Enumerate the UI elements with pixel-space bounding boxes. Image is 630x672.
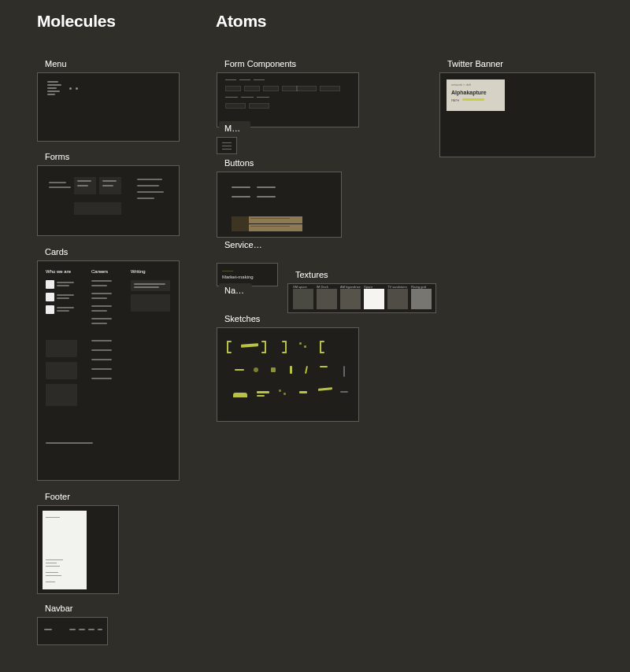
nav-link-3 (88, 629, 94, 630)
twitter-title: Alphakapture (451, 90, 487, 95)
sketch-glyph (320, 366, 328, 367)
twitter-banner-frame[interactable]: network × defi Alphakapture PATH (439, 72, 595, 157)
twitter-sub: network × defi (451, 83, 471, 87)
sketch-glyph (241, 343, 258, 348)
atoms-service-label[interactable]: Service R… (219, 238, 268, 252)
nav-link-1 (69, 629, 76, 630)
twitter-accent-bar (462, 98, 484, 101)
nav-link-2 (79, 629, 85, 630)
texture-swatch (411, 289, 432, 309)
sketch-glyph (318, 387, 332, 391)
molecules-cards-frame[interactable]: Who we are Careers Writing (37, 260, 180, 481)
texture-swatch (317, 289, 337, 309)
sketch-glyph (271, 367, 276, 372)
button-preview-1 (232, 186, 250, 188)
sketch-glyph (235, 369, 244, 371)
cards-avatar-3 (46, 305, 54, 314)
atoms-sketches-label[interactable]: Sketches (219, 312, 265, 326)
atoms-sketches-frame[interactable] (217, 327, 359, 422)
twitter-card: network × defi Alphakapture PATH (447, 79, 505, 111)
sketch-glyph (299, 342, 302, 345)
molecules-menu-frame[interactable] (37, 72, 180, 142)
molecules-navbar-frame[interactable] (37, 617, 108, 645)
atoms-menu-label[interactable]: Men… (219, 121, 250, 135)
navbar-line-accent: ──── (222, 268, 233, 273)
footer-paper (43, 511, 87, 589)
atoms-navbar-label[interactable]: Navb… (219, 283, 252, 297)
molecules-cards-label[interactable]: Cards (39, 245, 73, 259)
cards-avatar-2 (46, 293, 54, 301)
cards-col-1: Who we are (46, 269, 71, 274)
sketch-glyph-dim (343, 366, 345, 377)
sketch-glyph (257, 391, 269, 393)
sketch-glyph (290, 366, 292, 374)
texture-swatch (387, 289, 408, 309)
twitter-path-label: PATH (451, 98, 459, 102)
navbar-line-text: Market-making (222, 275, 254, 279)
texture-swatch (293, 289, 313, 309)
atoms-form-components-frame[interactable] (217, 72, 359, 127)
nav-brand (44, 629, 52, 630)
texture-swatch (340, 289, 361, 309)
molecules-forms-label[interactable]: Forms (39, 150, 75, 164)
menu-preview-lines (47, 81, 61, 95)
menu-dot-2 (76, 87, 78, 90)
atoms-textures-label[interactable]: Textures (290, 268, 334, 282)
button-preview-3 (232, 196, 250, 198)
cards-col-2: Careers (91, 269, 108, 274)
sketch-glyph (233, 393, 247, 397)
atoms-buttons-label[interactable]: Buttons (219, 156, 259, 170)
atoms-textures-frame[interactable]: SM spaceIM DeckAM hyperdriveSpaceTV sand… (287, 283, 436, 313)
molecules-menu-label[interactable]: Menu (39, 57, 72, 71)
molecules-footer-frame[interactable] (37, 505, 119, 594)
atoms-menu-frame[interactable] (217, 137, 237, 154)
sketch-glyph (305, 366, 308, 374)
sketch-glyph (304, 345, 306, 348)
sketch-glyph-dim (340, 391, 348, 393)
molecules-footer-label[interactable]: Footer (39, 489, 76, 504)
cards-avatar-1 (46, 280, 54, 289)
sketch-glyph (254, 367, 258, 372)
sketch-glyph (299, 391, 307, 393)
nav-link-4 (98, 629, 102, 630)
atoms-form-components-label[interactable]: Form Components (219, 57, 302, 71)
cards-col-3: Writing (131, 269, 146, 274)
twitter-banner-label[interactable]: Twitter Banner (442, 57, 509, 71)
button-preview-2 (257, 186, 276, 188)
sketch-glyph (279, 390, 281, 392)
svc-dark (232, 216, 249, 231)
texture-swatch (364, 289, 384, 309)
menu-dot-1 (69, 87, 72, 90)
atoms-heading: Atoms (216, 12, 266, 31)
atoms-buttons-frame[interactable] (217, 172, 342, 238)
molecules-navbar-label[interactable]: Navbar (39, 601, 78, 615)
forms-preview (43, 171, 174, 231)
button-preview-4 (257, 196, 276, 198)
molecules-forms-frame[interactable] (37, 165, 180, 236)
molecules-heading: Molecules (37, 12, 116, 31)
